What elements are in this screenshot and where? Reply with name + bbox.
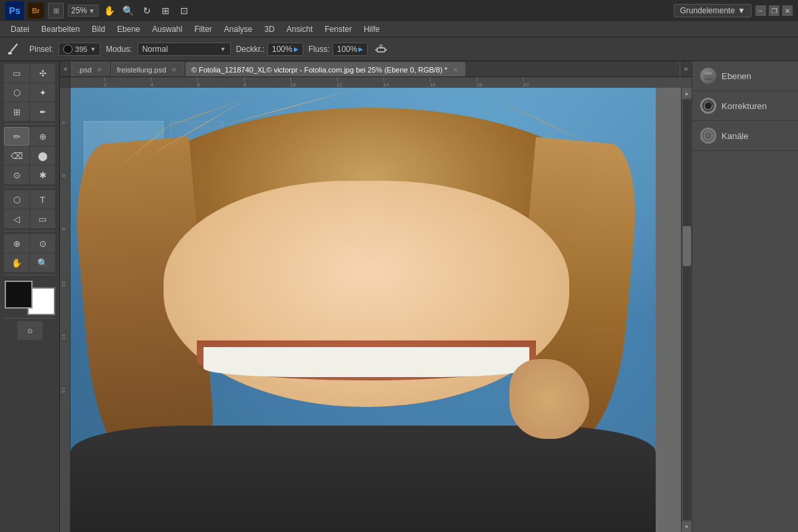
tool-row-mask: ⊙ (17, 321, 43, 340)
ruler-mark-14: 14 (383, 77, 389, 88)
color-area (5, 281, 55, 315)
menu-3d[interactable]: 3D (259, 23, 280, 35)
hand-tool-left[interactable]: ✋ (4, 253, 29, 272)
zoom-arrow-icon: ▼ (88, 7, 95, 15)
gradient-tool[interactable]: ⬤ (30, 146, 55, 165)
tab-psd-1[interactable]: .psd ✕ (72, 62, 110, 76)
menu-bearbeiten[interactable]: Bearbeiten (36, 23, 85, 35)
menu-bild[interactable]: Bild (86, 23, 110, 35)
tool-row-7: ⬡ T (4, 190, 55, 209)
svg-rect-7 (704, 75, 712, 78)
tab-freistellung[interactable]: freistellung.psd ✕ (111, 62, 184, 76)
opacity-input[interactable]: 100% ▶ (267, 43, 303, 56)
scroll-up-button[interactable]: ▲ (682, 88, 692, 98)
left-toolbar: ▭ ✣ ⬡ ✦ ⊞ ✒ ✏ ⊕ ⌫ ⬤ ⊙ ✱ ⬡ T ◁ (0, 61, 60, 532)
tab-close-2[interactable]: ✕ (170, 66, 178, 74)
panel-item-ebenen[interactable]: Ebenen (692, 61, 798, 91)
restore-button[interactable]: ❐ (769, 5, 779, 16)
move-tool[interactable]: ✣ (30, 64, 55, 82)
svg-point-1 (8, 52, 12, 55)
panel-item-kanaele[interactable]: Kanäle (692, 121, 798, 151)
dodge-tool[interactable]: ⊙ (4, 166, 29, 184)
menu-ansicht[interactable]: Ansicht (281, 23, 318, 35)
mode-value: Normal (142, 45, 219, 54)
tab-bar: « .psd ✕ freistellung.psd ✕ © Fotolia_12… (60, 61, 692, 77)
tab-fotolia-label: © Fotolia_1218740_XL© victorpr - Fotolia… (192, 66, 448, 74)
airbrush-icon[interactable] (373, 41, 389, 57)
scroll-thumb[interactable] (683, 226, 691, 266)
eraser-tool[interactable]: ⌫ (4, 146, 29, 165)
burn-tool[interactable]: ✱ (30, 166, 55, 184)
separator-2 (5, 187, 55, 188)
zoom-tool-left[interactable]: ⊕ (4, 234, 29, 253)
menu-bar: Datei Bearbeiten Bild Ebene Auswahl Filt… (0, 21, 798, 37)
quick-mask-mode[interactable]: ⊙ (17, 321, 43, 340)
clone-tool[interactable]: ⊕ (30, 127, 55, 146)
tab-psd-1-label: .psd (78, 66, 92, 74)
rotate-tool-icon[interactable]: ↻ (140, 3, 154, 18)
menu-analyse[interactable]: Analyse (219, 23, 258, 35)
vruler-6: 6 (61, 174, 66, 177)
separator-3 (5, 231, 55, 231)
scroll-track[interactable] (683, 100, 691, 520)
eyedropper-tool[interactable]: ✒ (30, 102, 55, 121)
workspace-button[interactable]: Grundelemente ▼ (674, 4, 751, 17)
tab-close-3[interactable]: ✕ (452, 66, 460, 74)
vruler-4: 4 (61, 121, 66, 124)
close-button[interactable]: ✕ (782, 5, 793, 16)
tab-close-1[interactable]: ✕ (96, 66, 104, 74)
corrections-icon (700, 98, 716, 114)
lasso-tool[interactable]: ⬡ (4, 83, 29, 102)
brush-size-button[interactable]: 395 ▼ (59, 43, 100, 56)
ruler-mark-12: 12 (336, 77, 342, 88)
mode-arrow-icon: ▼ (220, 46, 226, 53)
scroll-down-button[interactable]: ▼ (682, 521, 692, 532)
flow-input[interactable]: 100% ▶ (332, 43, 368, 56)
zoom-in-tool[interactable]: 🔍 (30, 253, 55, 272)
tab-fotolia[interactable]: © Fotolia_1218740_XL© victorpr - Fotolia… (186, 62, 466, 76)
pen-tool[interactable]: ⬡ (4, 190, 29, 209)
brush-tool[interactable]: ✏ (4, 127, 29, 146)
layout-icon[interactable]: ⊡ (177, 3, 192, 18)
hand-tool-icon[interactable]: ✋ (102, 3, 117, 18)
canvas-image (70, 88, 656, 532)
menu-hilfe[interactable]: Hilfe (358, 23, 385, 35)
vertical-ruler: 4 6 8 10 12 14 (60, 88, 70, 532)
note-tool[interactable]: ⊙ (30, 234, 55, 253)
mode-label: Modus: (106, 45, 132, 54)
minimize-button[interactable]: − (755, 5, 766, 16)
svg-point-11 (706, 134, 710, 138)
crop-tool[interactable]: ⊞ (4, 102, 29, 121)
canvas-viewport[interactable] (70, 88, 681, 532)
mode-dropdown[interactable]: Normal ▼ (138, 43, 231, 56)
arrange-icon[interactable]: ⊞ (158, 3, 173, 18)
tool-row-1: ▭ ✣ (4, 64, 55, 82)
menu-ebene[interactable]: Ebene (112, 23, 146, 35)
menu-datei[interactable]: Datei (5, 23, 35, 35)
tab-scroll-right[interactable]: » (680, 61, 692, 76)
grid-icon[interactable]: ⊞ (48, 3, 64, 19)
menu-filter[interactable]: Filter (189, 23, 217, 35)
shape-tool[interactable]: ▭ (30, 209, 55, 228)
opacity-group: Deckkr.: 100% ▶ (236, 43, 303, 56)
ruler-mark-20: 20 (523, 77, 529, 88)
zoom-tool-icon[interactable]: 🔍 (121, 3, 136, 18)
magic-wand-tool[interactable]: ✦ (30, 83, 55, 102)
text-tool[interactable]: T (30, 190, 55, 209)
tab-scroll-left[interactable]: « (60, 61, 72, 76)
tool-row-4: ✏ ⊕ (4, 127, 55, 146)
panel-item-korrekturen[interactable]: Korrekturen (692, 91, 798, 121)
menu-auswahl[interactable]: Auswahl (147, 23, 188, 35)
ruler-corner (60, 77, 70, 88)
opacity-label: Deckkr.: (236, 45, 265, 54)
ruler-mark-10: 10 (290, 77, 296, 88)
br-logo[interactable]: Br (28, 3, 44, 19)
jacket (70, 426, 656, 532)
path-select-tool[interactable]: ◁ (4, 209, 29, 228)
foreground-color[interactable] (5, 281, 33, 309)
marquee-tool[interactable]: ▭ (4, 64, 29, 82)
menu-fenster[interactable]: Fenster (319, 23, 357, 35)
flow-group: Fluss: 100% ▶ (309, 43, 368, 56)
zoom-control[interactable]: 25% ▼ (68, 5, 98, 17)
flow-label: Fluss: (309, 45, 330, 54)
